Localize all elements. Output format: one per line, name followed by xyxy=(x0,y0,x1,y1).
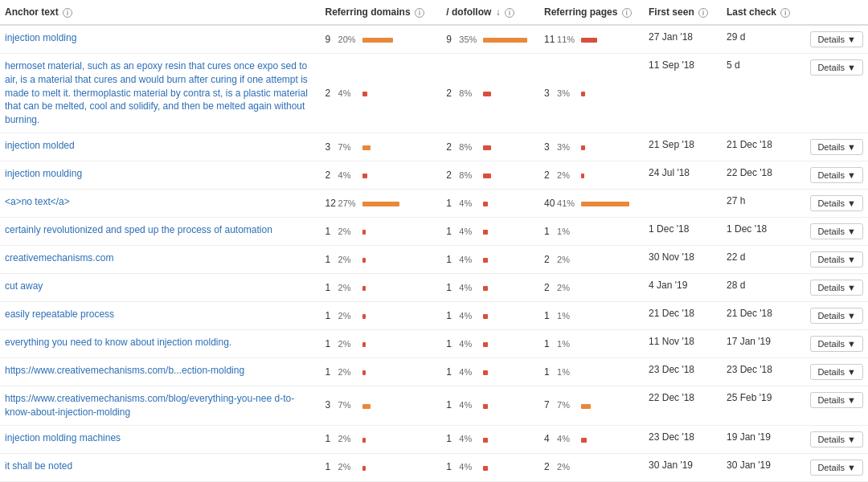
domains-percent: 2% xyxy=(338,434,361,443)
dofollow-percent: 8% xyxy=(459,88,481,98)
dofollow-bar-container xyxy=(483,400,488,411)
anchor-text-value[interactable]: injection molding machines xyxy=(5,432,121,443)
pages-number: 2 xyxy=(544,282,557,293)
pages-cell: 2 2% xyxy=(539,273,644,301)
domains-bar-container xyxy=(362,434,366,445)
pages-bar-container xyxy=(581,34,597,45)
first-seen-cell: 21 Dec '18 xyxy=(644,301,722,329)
referring-pages-info-icon[interactable]: i xyxy=(622,8,632,18)
pages-bar-container xyxy=(581,226,583,237)
first-seen-cell: 4 Jan '19 xyxy=(644,273,722,301)
domains-number: 12 xyxy=(326,198,338,209)
anchor-text-value[interactable]: cut away xyxy=(5,280,43,292)
details-button[interactable]: Details ▼ xyxy=(810,364,863,380)
table-row: injection moulding2 4%2 8%2 2%24 Jul '18… xyxy=(0,161,868,189)
anchor-text-cell: easily repeatable process xyxy=(0,301,321,329)
last-check-info-icon[interactable]: i xyxy=(780,8,790,18)
pages-cell: 2 2% xyxy=(539,161,644,189)
dofollow-cell: 1 4% xyxy=(441,217,539,245)
dofollow-percent: 8% xyxy=(459,170,481,180)
bar-visual xyxy=(362,258,366,263)
table-row: injection molded3 7%2 8%3 3%21 Sep '1821… xyxy=(0,133,868,161)
pages-number: 1 xyxy=(544,226,557,237)
domains-cell: 2 4% xyxy=(321,161,442,189)
dofollow-cell: 1 4% xyxy=(441,245,539,273)
anchor-text-cell: https://www.creativemechanisms.com/blog/… xyxy=(0,386,321,425)
details-button[interactable]: Details ▼ xyxy=(810,336,863,352)
anchor-text-value[interactable]: https://www.creativemechanisms.com/blog/… xyxy=(5,393,294,418)
details-button[interactable]: Details ▼ xyxy=(810,280,863,296)
dofollow-number: 1 xyxy=(446,366,459,378)
dofollow-number: 1 xyxy=(446,310,459,321)
col-header-pages[interactable]: Referring pages i xyxy=(539,0,644,25)
dofollow-number: 2 xyxy=(446,88,459,99)
details-button[interactable]: Details ▼ xyxy=(810,431,863,447)
pages-percent: 2% xyxy=(557,462,579,472)
anchor-text-value[interactable]: certainly revolutionized and sped up the… xyxy=(5,224,272,235)
dofollow-cell: 1 4% xyxy=(441,189,539,217)
last-check-cell: 21 Dec '18 xyxy=(722,133,800,161)
anchor-text-info-icon[interactable]: i xyxy=(63,8,72,18)
col-header-firstseen[interactable]: First seen i xyxy=(644,0,722,25)
details-button[interactable]: Details ▼ xyxy=(810,139,863,155)
pages-bar-container xyxy=(581,338,583,349)
col-header-dofollow[interactable]: / dofollow ↓ i xyxy=(441,0,539,25)
pages-cell: 3 3% xyxy=(539,133,644,161)
domains-cell: 3 7% xyxy=(321,386,442,425)
pages-number: 2 xyxy=(544,254,557,265)
pages-cell: 3 3% xyxy=(539,54,644,133)
last-check-cell: 19 Jan '19 xyxy=(722,425,800,453)
bar-visual xyxy=(362,370,366,375)
anchor-text-value[interactable]: it shall be noted xyxy=(5,460,72,472)
anchor-text-cell: everything you need to know about inject… xyxy=(0,329,321,357)
anchor-text-cell: injection molding machines xyxy=(0,425,321,453)
dofollow-number: 1 xyxy=(446,461,459,472)
domains-cell: 1 2% xyxy=(321,217,442,245)
col-header-anchor[interactable]: Anchor text i xyxy=(0,0,321,25)
details-button[interactable]: Details ▼ xyxy=(810,251,863,268)
pages-number: 2 xyxy=(544,461,557,472)
domains-number: 1 xyxy=(326,461,338,472)
anchor-text-value[interactable]: easily repeatable process xyxy=(5,308,114,320)
details-button[interactable]: Details ▼ xyxy=(810,31,863,47)
col-header-domains[interactable]: Referring domains i xyxy=(321,0,442,25)
details-button[interactable]: Details ▼ xyxy=(810,460,863,476)
domains-bar-container xyxy=(362,88,367,99)
details-button[interactable]: Details ▼ xyxy=(810,59,863,76)
anchor-text-value[interactable]: https://www.creativemechanisms.com/b...e… xyxy=(5,365,244,376)
col-header-lastcheck[interactable]: Last check i xyxy=(722,0,800,25)
bar-visual xyxy=(362,466,366,471)
pages-cell: 2 2% xyxy=(539,453,644,481)
last-check-cell: 27 h xyxy=(722,189,800,217)
pages-percent: 1% xyxy=(557,227,579,236)
domains-number: 1 xyxy=(326,254,338,265)
last-check-cell: 23 Dec '18 xyxy=(722,357,800,386)
pages-percent: 7% xyxy=(557,400,579,410)
referring-domains-info-icon[interactable]: i xyxy=(415,8,424,18)
dofollow-info-icon[interactable]: i xyxy=(505,8,514,18)
anchor-text-value[interactable]: <a>no text</a> xyxy=(5,196,70,207)
dofollow-percent: 8% xyxy=(459,142,481,152)
pages-number: 3 xyxy=(544,141,557,153)
anchor-text-value[interactable]: injection molding xyxy=(5,32,76,43)
bar-visual xyxy=(581,314,583,319)
details-button[interactable]: Details ▼ xyxy=(810,195,863,211)
pages-number: 1 xyxy=(544,338,557,349)
anchor-text-value[interactable]: creativemechanisms.com xyxy=(5,252,113,263)
details-button[interactable]: Details ▼ xyxy=(810,392,863,408)
pages-percent: 1% xyxy=(557,339,579,349)
last-check-cell: 28 d xyxy=(722,273,800,301)
pages-cell: 1 1% xyxy=(539,329,644,357)
details-button[interactable]: Details ▼ xyxy=(810,167,863,183)
domains-cell: 1 2% xyxy=(321,425,442,453)
first-seen-info-icon[interactable]: i xyxy=(698,8,708,18)
details-button[interactable]: Details ▼ xyxy=(810,223,863,239)
anchor-text-value[interactable]: injection moulding xyxy=(5,168,82,179)
anchor-text-value[interactable]: hermoset material, such as an epoxy resi… xyxy=(5,60,308,125)
details-button[interactable]: Details ▼ xyxy=(810,308,863,324)
domains-bar-container xyxy=(362,34,393,45)
dofollow-cell: 1 4% xyxy=(441,273,539,301)
anchor-text-value[interactable]: injection molded xyxy=(5,140,75,151)
bar-visual xyxy=(581,286,584,291)
anchor-text-value[interactable]: everything you need to know about inject… xyxy=(5,337,231,348)
